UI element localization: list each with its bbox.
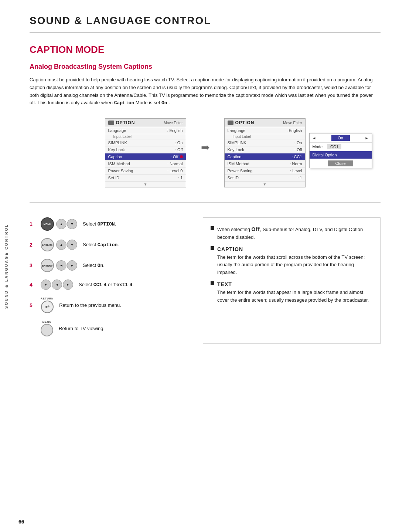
page-title: SOUND & LANGUAGE CONTROL bbox=[30, 15, 381, 33]
step-5-text: Return to the previous menu. bbox=[59, 302, 121, 308]
bullet-square-2 bbox=[211, 246, 214, 250]
info-bullet-1: When selecting Off, Sub-menus for Analog… bbox=[211, 225, 373, 241]
menu-label-last: MENU bbox=[42, 321, 52, 323]
menu-after-nav: Move Enter bbox=[283, 121, 302, 125]
menu-row-setid-after: Set ID : 1 bbox=[225, 174, 305, 182]
menu-before-header-left: OPTION bbox=[108, 120, 135, 125]
menu-row-keylock-after: Key Lock : Off bbox=[225, 146, 305, 153]
info-text-3: TEXT The term for the words that appear … bbox=[217, 280, 373, 304]
body-text-bold1: Caption bbox=[114, 100, 134, 106]
menu-before-header: OPTION Move Enter bbox=[105, 119, 186, 127]
popup-close-row: Close bbox=[310, 159, 372, 168]
bullet-square-3 bbox=[211, 281, 214, 285]
step-menu-last-buttons: MENU bbox=[41, 321, 53, 336]
popup-mode-label: Mode bbox=[313, 145, 323, 149]
info-panel: When selecting Off, Sub-menus for Analog… bbox=[203, 217, 381, 344]
menu-diagrams: OPTION Move Enter Language : English Inp… bbox=[30, 118, 381, 203]
step-1-bold: OPTION bbox=[98, 221, 115, 227]
menu-row-power-after: Power Saving : Level bbox=[225, 167, 305, 174]
step-menu-last: MENU Return to TV viewing. bbox=[30, 321, 192, 336]
dpad-right-3[interactable]: ► bbox=[67, 260, 77, 271]
popup-left-arrow[interactable]: ◄ bbox=[313, 136, 316, 140]
popup-caption-value: On bbox=[331, 135, 350, 141]
popup-close-button[interactable]: Close bbox=[328, 160, 353, 166]
menu-row-caption-after: Caption : CC1 bbox=[225, 153, 305, 160]
step-3-nav: ◄ ► bbox=[56, 260, 77, 271]
dpad-left-3[interactable]: ◄ bbox=[56, 260, 66, 271]
dpad-up-1[interactable]: ▲ bbox=[56, 219, 66, 229]
dpad-right-4[interactable]: ► bbox=[63, 279, 73, 290]
step-3-bold: On bbox=[98, 263, 103, 268]
menu-row-simplink-after: SIMPLINK : On bbox=[225, 139, 305, 146]
menu-before-title: OPTION bbox=[116, 120, 135, 125]
step-4-text: Select CC1-4 or Text1-4. bbox=[79, 282, 134, 288]
subsection-title: Analog Broadcasting System Captions bbox=[30, 63, 381, 71]
menu-row-language-before: Language : English bbox=[105, 127, 186, 134]
caption-description: The term for the words that scroll acros… bbox=[217, 254, 365, 275]
info-text-1: When selecting Off, Sub-menus for Analog… bbox=[217, 225, 373, 241]
menu-row-power-before: Power Saving : Level 0 bbox=[105, 167, 186, 174]
caption-indicator bbox=[180, 155, 183, 158]
dpad-down-2[interactable]: ▼ bbox=[67, 240, 77, 250]
step-4-bold1b: 4 bbox=[104, 282, 107, 288]
menu-after-header: OPTION Move Enter bbox=[225, 119, 305, 127]
step-2-bold: Caption bbox=[98, 242, 118, 248]
menu-row-language-after: Language : English bbox=[225, 127, 305, 134]
body-text-content: Caption must be provided to help people … bbox=[30, 77, 373, 105]
menu-row-setid-before: Set ID : 1 bbox=[105, 174, 186, 182]
step-4-bold1: CC1 bbox=[93, 282, 102, 288]
popup-caption-row: ◄ On ► bbox=[310, 133, 372, 143]
menu-after: OPTION Move Enter Language : English Inp… bbox=[224, 118, 306, 187]
text-description: The term for the words that appear in a … bbox=[217, 289, 369, 303]
body-text: Caption must be provided to help people … bbox=[30, 76, 381, 107]
bullet-square-1 bbox=[211, 226, 214, 230]
menu-row-ism-after: ISM Method : Norm bbox=[225, 160, 305, 167]
info-bullet-2: CAPTION The term for the words that scro… bbox=[211, 245, 373, 277]
menu-row-caption-before: Caption : Off bbox=[105, 153, 186, 160]
menu-row-inputlabel-after: Input Label bbox=[225, 134, 305, 139]
scroll-indicator-after: ▼ bbox=[225, 182, 305, 187]
popup-mode-value: CC1 bbox=[327, 144, 341, 149]
menu-row-inputlabel-before: Input Label bbox=[105, 134, 186, 139]
menu-row-simplink-before: SIMPLINK : On bbox=[105, 139, 186, 146]
step-1-text: Select OPTION. bbox=[83, 221, 116, 227]
sidebar-label: SOUND & LANGUAGE CONTROL bbox=[4, 223, 56, 308]
menu-after-header-left: OPTION bbox=[228, 120, 255, 125]
steps-section: 1 MENU ▲ ▼ Select OPTION. 2 bbox=[30, 217, 381, 344]
menu-before: OPTION Move Enter Language : English Inp… bbox=[105, 118, 186, 187]
popup-mode-row: Mode CC1 bbox=[310, 143, 372, 151]
step-2-text: Select Caption. bbox=[83, 242, 119, 248]
menu-after-container: OPTION Move Enter Language : English Inp… bbox=[224, 118, 306, 187]
step-2-nav: ▲ ▼ bbox=[56, 240, 77, 250]
body-text-mid: Mode is set bbox=[136, 100, 161, 105]
body-text-end: . bbox=[168, 100, 170, 105]
menu-after-title: OPTION bbox=[235, 120, 255, 125]
step-4-bold2: Text1 bbox=[113, 282, 128, 288]
section-title: CAPTION MODE bbox=[30, 44, 381, 55]
popup-right-arrow[interactable]: ► bbox=[365, 136, 369, 140]
caption-heading: CAPTION bbox=[217, 246, 243, 252]
menu-after-icon bbox=[228, 121, 233, 125]
menu-row-ism-before: ISM Method : Normal bbox=[105, 160, 186, 167]
page-number: 66 bbox=[18, 519, 24, 525]
text-heading: TEXT bbox=[217, 281, 232, 287]
menu-button-last[interactable] bbox=[41, 324, 53, 336]
step-menu-last-text: Return to TV viewing. bbox=[59, 326, 105, 331]
menu-before-icon bbox=[108, 121, 114, 125]
popup-digital-option[interactable]: Digital Option bbox=[310, 151, 372, 159]
step-3-text: Select On. bbox=[83, 262, 105, 268]
dpad-up-2[interactable]: ▲ bbox=[56, 240, 66, 250]
menu-group-last: MENU bbox=[41, 321, 53, 336]
arrow-right: ➡ bbox=[201, 141, 209, 153]
body-text-bold2: On bbox=[161, 100, 167, 106]
scroll-indicator-before: ▼ bbox=[105, 182, 186, 187]
info-bold-off: Off bbox=[252, 226, 260, 232]
info-bullet-3: TEXT The term for the words that appear … bbox=[211, 280, 373, 304]
info-text-2: CAPTION The term for the words that scro… bbox=[217, 245, 373, 277]
caption-popup: ◄ On ► Mode CC1 Digital Option Close bbox=[309, 133, 372, 168]
dpad-down-1[interactable]: ▼ bbox=[67, 219, 77, 229]
menu-before-nav: Move Enter bbox=[164, 121, 183, 125]
step-4-bold2b: 4 bbox=[129, 282, 132, 288]
menu-row-keylock-before: Key Lock : Off bbox=[105, 146, 186, 153]
